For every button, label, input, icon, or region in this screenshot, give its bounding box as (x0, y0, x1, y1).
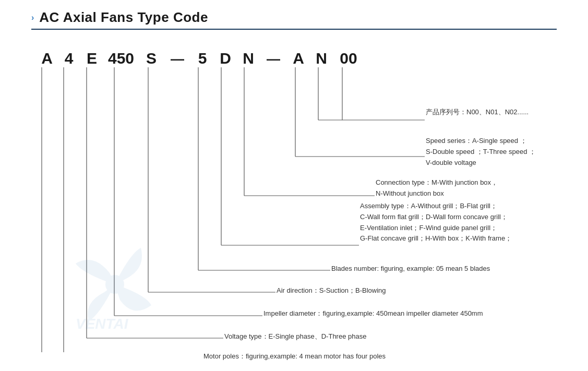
code-dash1: — (164, 51, 191, 67)
code-E: E (80, 50, 103, 67)
code-450: 450 (103, 50, 139, 67)
code-S: S (139, 50, 164, 67)
watermark-logo: VENTAI (57, 237, 172, 331)
desc-blades-number: Blades number: figuring, example: 05 mea… (331, 264, 490, 274)
code-N: N (237, 50, 260, 67)
desc-voltage-type: Voltage type：E-Single phase、D-Three phas… (224, 331, 366, 342)
header-divider (31, 29, 557, 30)
code-4: 4 (57, 50, 80, 67)
chevron-icon: › (31, 13, 34, 22)
desc-product-series: 产品序列号：N00、N01、N02...... (426, 107, 529, 117)
code-N2: N (310, 50, 333, 67)
desc-speed-series: Speed series：A-Single speed ； S-Double s… (426, 136, 536, 168)
page-title: AC Axial Fans Type Code (39, 9, 208, 26)
code-A2: A (287, 50, 310, 67)
svg-text:VENTAI: VENTAI (76, 316, 129, 331)
code-5: 5 (191, 50, 214, 67)
code-dash2: — (260, 51, 287, 67)
desc-assembly-type: Assembly type：A-Without grill；B-Flat gri… (360, 201, 512, 244)
desc-air-direction: Air direction：S-Suction；B-Blowing (277, 285, 386, 296)
desc-motor-poles: Motor poles：figuring,example: 4 mean mot… (203, 351, 386, 362)
header-section: › AC Axial Fans Type Code (31, 9, 557, 26)
diagram-area: A 4 E 450 S — 5 D N — A N 00 (31, 39, 557, 352)
code-D: D (214, 50, 237, 67)
desc-impeller-diameter: Impeller diameter：figuring,example: 450m… (263, 308, 483, 319)
code-A: A (37, 50, 57, 67)
desc-connection-type: Connection type：M-With junction box， N-W… (376, 177, 498, 199)
code-00: 00 (333, 50, 364, 67)
